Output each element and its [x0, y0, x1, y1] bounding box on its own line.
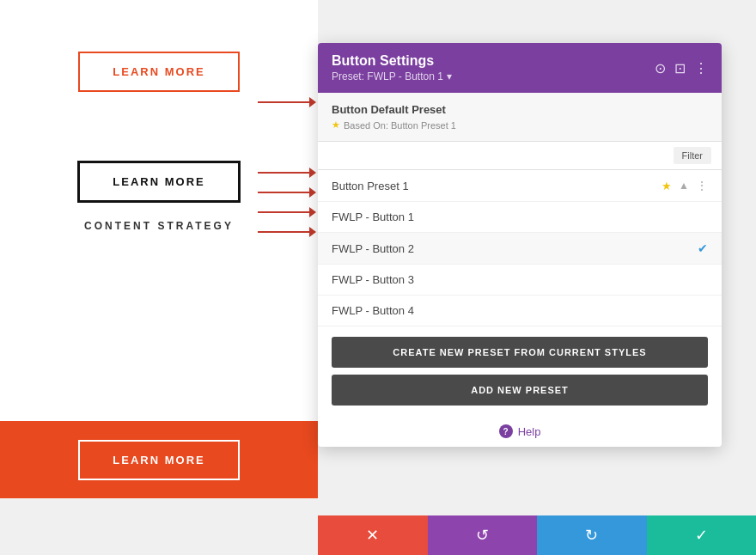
bottom-toolbar: ✕ ↺ ↻ ✓	[318, 515, 756, 555]
action-buttons: CREATE NEW PRESET FROM CURRENT STYLES AD…	[318, 326, 722, 416]
arrow-5	[258, 227, 316, 237]
more-options-icon[interactable]: ⋮	[694, 60, 708, 76]
preset-item-left: Button Preset 1	[332, 180, 409, 192]
preset-label[interactable]: Preset: FWLP - Button 1 ▾	[332, 70, 452, 82]
learn-more-button-1[interactable]: LEARN MORE	[78, 52, 239, 92]
modal-body: Button Default Preset ★ Based On: Button…	[318, 93, 722, 447]
cancel-icon: ✕	[366, 526, 379, 545]
undo-button[interactable]: ↺	[428, 515, 538, 555]
help-icon: ?	[499, 424, 513, 438]
confirm-button[interactable]: ✓	[647, 515, 757, 555]
preset-name-button-preset-1: Button Preset 1	[332, 180, 409, 192]
filter-row: Filter	[318, 142, 722, 170]
preset-name-fwlp-4: FWLP - Button 4	[332, 304, 414, 317]
preset-item-fwlp-1[interactable]: FWLP - Button 1	[318, 202, 722, 233]
help-row[interactable]: ? Help	[318, 416, 722, 447]
modal-header-left: Button Settings Preset: FWLP - Button 1 …	[332, 53, 452, 82]
preset-list: Button Preset 1 ★ ▲ ⋮ FWLP - Button 1	[318, 170, 722, 326]
preset-item-right: ★ ▲ ⋮	[662, 179, 708, 192]
preset-item-fwlp-3[interactable]: FWLP - Button 3	[318, 265, 722, 296]
redo-icon: ↻	[585, 526, 598, 545]
preset-item-left: FWLP - Button 2	[332, 242, 414, 255]
cancel-button[interactable]: ✕	[318, 515, 428, 555]
arrow-4	[258, 207, 316, 217]
modal-header: Button Settings Preset: FWLP - Button 1 …	[318, 43, 722, 93]
learn-more-button-3[interactable]: LEARN MORE	[78, 440, 239, 480]
content-strategy-label: CONTENT STRATEGY	[84, 220, 234, 232]
help-label: Help	[518, 425, 541, 438]
preset-name-fwlp-3: FWLP - Button 3	[332, 273, 414, 286]
modal-header-right: ⊙ ⊡ ⋮	[655, 60, 708, 76]
preset-item-left: FWLP - Button 4	[332, 304, 414, 317]
confirm-icon: ✓	[695, 526, 708, 545]
preset-item-button-preset-1[interactable]: Button Preset 1 ★ ▲ ⋮	[318, 170, 722, 202]
modal-title: Button Settings	[332, 53, 452, 69]
star-filled-icon[interactable]: ★	[662, 180, 672, 192]
default-preset-title: Button Default Preset	[332, 103, 708, 116]
check-icon: ✔	[698, 241, 708, 255]
layout-icon[interactable]: ⊡	[674, 60, 686, 76]
arrow-3	[258, 187, 316, 198]
chevron-up-icon[interactable]: ▲	[679, 180, 689, 192]
default-preset-subtitle: ★ Based On: Button Preset 1	[332, 119, 708, 131]
preset-name-fwlp-2: FWLP - Button 2	[332, 242, 414, 255]
arrow-1	[258, 97, 316, 107]
preset-item-left: FWLP - Button 1	[332, 210, 414, 223]
undo-icon: ↺	[476, 526, 489, 545]
add-preset-button[interactable]: ADD NEW PRESET	[332, 375, 708, 406]
default-preset-section: Button Default Preset ★ Based On: Button…	[318, 93, 722, 142]
learn-more-button-2[interactable]: LEARN MORE	[77, 161, 240, 203]
star-icon: ★	[332, 119, 340, 131]
preset-item-left: FWLP - Button 3	[332, 273, 414, 286]
focus-icon[interactable]: ⊙	[655, 60, 666, 76]
redo-button[interactable]: ↻	[537, 515, 647, 555]
arrow-2	[258, 168, 316, 178]
preset-item-fwlp-4[interactable]: FWLP - Button 4	[318, 296, 722, 326]
preset-item-fwlp-2[interactable]: FWLP - Button 2 ✔	[318, 233, 722, 265]
filter-button[interactable]: Filter	[674, 147, 711, 164]
orange-banner: LEARN MORE	[0, 421, 318, 498]
create-preset-button[interactable]: CREATE NEW PRESET FROM CURRENT STYLES	[332, 337, 708, 368]
button-settings-modal: Button Settings Preset: FWLP - Button 1 …	[318, 43, 722, 447]
preset-item-right: ✔	[698, 241, 708, 255]
preset-name-fwlp-1: FWLP - Button 1	[332, 210, 414, 223]
dots-icon[interactable]: ⋮	[696, 179, 708, 192]
